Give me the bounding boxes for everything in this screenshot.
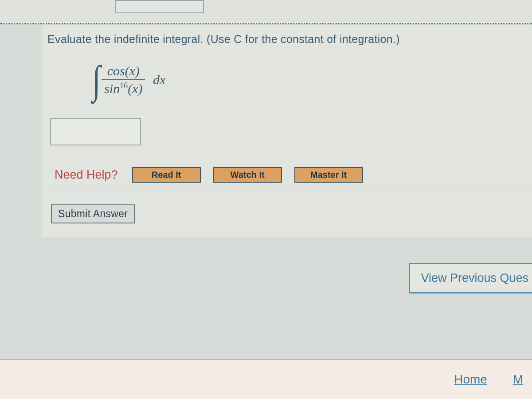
top-fragment bbox=[0, 0, 532, 24]
integral-fraction: cos(x) sin16(x) bbox=[102, 63, 145, 96]
view-previous-question-button[interactable]: View Previous Ques bbox=[409, 263, 532, 293]
denom-base: sin bbox=[104, 81, 120, 96]
help-row: Need Help? Read It Watch It Master It bbox=[42, 159, 532, 191]
top-partial-input[interactable] bbox=[115, 0, 204, 13]
denom-exponent: 16 bbox=[120, 81, 128, 90]
submit-answer-button[interactable]: Submit Answer bbox=[51, 204, 135, 223]
read-it-button[interactable]: Read It bbox=[132, 167, 201, 183]
differential: dx bbox=[153, 72, 165, 87]
question-panel: Evaluate the indefinite integral. (Use C… bbox=[42, 25, 532, 237]
footer-links: Home M bbox=[454, 372, 523, 387]
fraction-numerator: cos(x) bbox=[102, 63, 145, 80]
answer-input[interactable] bbox=[50, 118, 141, 145]
submit-row: Submit Answer bbox=[42, 191, 532, 237]
home-link[interactable]: Home bbox=[454, 372, 487, 386]
master-it-button[interactable]: Master It bbox=[294, 167, 363, 183]
question-prompt: Evaluate the indefinite integral. (Use C… bbox=[42, 29, 532, 55]
fraction-denominator: sin16(x) bbox=[102, 80, 145, 96]
denom-arg: (x) bbox=[128, 81, 142, 96]
watch-it-button[interactable]: Watch It bbox=[213, 167, 282, 183]
need-help-label: Need Help? bbox=[55, 168, 118, 182]
integral-sign-icon: ∫ bbox=[92, 57, 100, 102]
footer: Home M bbox=[0, 359, 532, 399]
integral-expression: ∫ cos(x) sin16(x) dx bbox=[42, 55, 532, 111]
m-link[interactable]: M bbox=[513, 372, 523, 386]
